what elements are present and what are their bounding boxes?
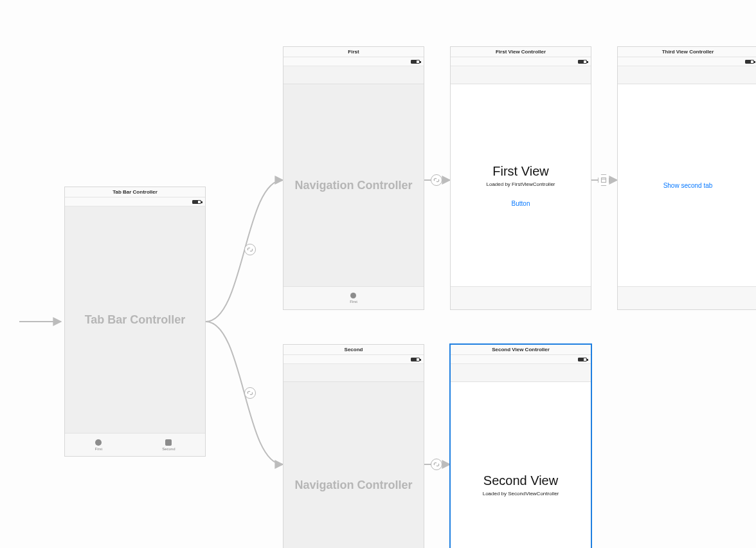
battery-icon (192, 200, 201, 204)
circle-icon (350, 293, 356, 298)
status-bar (284, 355, 424, 364)
placeholder-title: Navigation Controller (294, 479, 412, 492)
scene-title-bar: First View Controller (451, 47, 591, 57)
circle-icon (95, 439, 102, 446)
scene-title-bar: Second View Controller (451, 345, 591, 355)
status-bar (451, 57, 591, 66)
scene-third-view-controller[interactable]: Third View Controller Show second tab (617, 46, 756, 310)
scene-body: Navigation Controller (284, 382, 424, 548)
tab-bar-placeholder (451, 286, 591, 309)
status-bar (284, 57, 424, 66)
status-bar (451, 355, 591, 364)
scene-title-label: First (348, 49, 359, 55)
view-subtitle: Loaded by SecondViewController (483, 491, 559, 497)
scene-body: Tab Bar Controller (65, 206, 205, 433)
battery-icon (578, 60, 587, 64)
relationship-segue-icon[interactable] (244, 244, 256, 255)
scene-title-label: First View Controller (496, 49, 546, 55)
storyboard-canvas[interactable]: Tab Bar Controller Tab Bar Controller Fi… (0, 0, 756, 548)
scene-body: First View Loaded by FirstViewController… (451, 84, 591, 286)
tab-label: First (94, 447, 102, 451)
tab-label: First (350, 300, 357, 304)
scene-navigation-controller-second[interactable]: Second Navigation Controller (283, 344, 424, 548)
battery-icon (411, 60, 420, 64)
scene-title-bar: First (284, 47, 424, 57)
tab-bar: First Second (65, 433, 205, 456)
scene-body: Show second tab (618, 84, 756, 286)
view-subtitle: Loaded by FirstViewController (486, 181, 555, 187)
scene-title-bar: Second (284, 345, 424, 355)
root-vc-segue-icon[interactable] (431, 174, 442, 186)
tab-bar-placeholder (618, 286, 756, 309)
scene-tab-bar-controller[interactable]: Tab Bar Controller Tab Bar Controller Fi… (64, 187, 206, 457)
battery-icon (745, 60, 754, 64)
root-vc-segue-icon[interactable] (431, 459, 442, 470)
placeholder-title: Navigation Controller (294, 179, 412, 192)
show-second-tab-button[interactable]: Show second tab (663, 182, 713, 189)
show-segue-icon[interactable] (598, 174, 609, 186)
scene-title-label: Third View Controller (662, 49, 714, 55)
tab-label: Second (162, 447, 175, 451)
placeholder-title: Tab Bar Controller (85, 313, 186, 327)
scene-title-label: Tab Bar Controller (113, 189, 158, 195)
tab-bar: First (284, 286, 424, 309)
tab-item-first[interactable]: First (350, 293, 357, 304)
status-bar (65, 197, 205, 206)
battery-icon (578, 358, 587, 361)
svg-rect-0 (602, 178, 606, 183)
navigation-bar (618, 66, 756, 84)
scene-first-view-controller[interactable]: First View Controller First View Loaded … (450, 46, 591, 310)
navigation-bar (284, 364, 424, 382)
scene-navigation-controller-first[interactable]: First Navigation Controller First (283, 46, 424, 310)
tab-item-second[interactable]: Second (162, 439, 175, 451)
scene-body: Second View Loaded by SecondViewControll… (451, 382, 591, 548)
scene-title-label: Second (345, 347, 363, 352)
scene-title-bar: Tab Bar Controller (65, 187, 205, 197)
tab-item-first[interactable]: First (94, 439, 102, 451)
button[interactable]: Button (512, 200, 530, 207)
navigation-bar (284, 66, 424, 84)
scene-title-bar: Third View Controller (618, 47, 756, 57)
navigation-bar (451, 364, 591, 382)
battery-icon (411, 358, 420, 361)
scene-body: Navigation Controller (284, 84, 424, 286)
scene-second-view-controller[interactable]: Second View Controller Second View Loade… (450, 344, 591, 548)
scene-title-label: Second View Controller (492, 347, 550, 352)
status-bar (618, 57, 756, 66)
view-title: First View (492, 164, 548, 179)
relationship-segue-icon[interactable] (244, 387, 256, 399)
navigation-bar (451, 66, 591, 84)
square-icon (165, 439, 172, 446)
view-title: Second View (483, 473, 558, 488)
